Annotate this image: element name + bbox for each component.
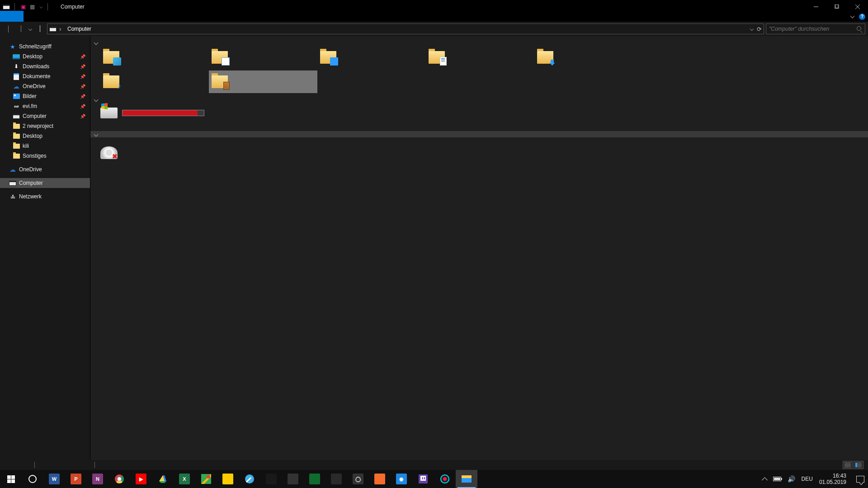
taskbar-app-gdrive[interactable] — [152, 470, 174, 488]
taskbar-app-recorder[interactable] — [434, 470, 456, 488]
sidebar-item-onedrive[interactable]: OneDrive📌 — [0, 81, 90, 91]
maximize-button[interactable] — [826, 0, 847, 14]
speaker-icon[interactable] — [788, 475, 795, 483]
overlay-document-icon — [440, 57, 447, 66]
battery-icon[interactable] — [773, 477, 781, 481]
drive-c[interactable] — [100, 108, 204, 118]
taskbar-app-app-blue[interactable]: ◉ — [391, 470, 412, 488]
history-dropdown[interactable] — [28, 28, 33, 30]
taskbar-app-explorer[interactable] — [456, 470, 477, 488]
folder-pictures[interactable] — [209, 46, 317, 69]
separator — [14, 3, 15, 10]
clock[interactable]: 16:43 01.05.2019 — [819, 473, 846, 485]
language-indicator[interactable]: DEU — [802, 476, 813, 482]
taskbar-app-obs[interactable]: ◯ — [347, 470, 369, 488]
sidebar-item-folder[interactable]: kili — [0, 141, 90, 151]
taskbar-app-krita[interactable] — [239, 470, 260, 488]
forward-button[interactable] — [15, 23, 26, 34]
group-separator[interactable] — [90, 131, 868, 137]
group-collapse-icon[interactable] — [93, 40, 99, 45]
taskbar-app-origin[interactable] — [369, 470, 391, 488]
sidebar-item-folder[interactable]: Sonstiges — [0, 151, 90, 161]
taskbar-app-obs-cam[interactable] — [304, 470, 326, 488]
file-tab[interactable] — [0, 11, 24, 22]
qat-newfolder-icon[interactable]: ▦ — [28, 3, 36, 10]
pc-icon — [9, 179, 16, 187]
overlay-desktop-icon — [330, 57, 338, 66]
sidebar-item-pictures[interactable]: Bilder📌 — [0, 91, 90, 101]
folder-documents[interactable] — [426, 46, 534, 69]
qat-dropdown[interactable] — [40, 5, 43, 9]
excel-icon: X — [179, 474, 190, 484]
up-button[interactable] — [34, 23, 45, 34]
taskbar-app-youtube[interactable]: ▶ — [130, 470, 152, 488]
taskbar-app-excel[interactable]: X — [174, 470, 195, 488]
sidebar-item-downloads[interactable]: Downloads📌 — [0, 61, 90, 71]
address-dropdown[interactable] — [750, 28, 754, 30]
sidebar-item-documents[interactable]: Dokumente📌 — [0, 71, 90, 81]
sidebar-label: OneDrive — [23, 83, 46, 89]
folder-videos[interactable] — [209, 70, 317, 93]
sidebar-computer-root[interactable]: Computer — [0, 178, 90, 188]
content-pane[interactable] — [90, 36, 868, 460]
taskbar-app-calc[interactable] — [282, 470, 304, 488]
view-details-button[interactable] — [854, 461, 863, 469]
word-icon: W — [49, 474, 60, 484]
search-input[interactable] — [769, 26, 857, 32]
address-bar[interactable]: Computer — [47, 23, 764, 34]
svg-point-9 — [118, 477, 121, 481]
group-collapse-icon[interactable] — [93, 97, 99, 102]
chevron-right-icon[interactable] — [59, 25, 65, 33]
taskbar-app-word[interactable]: W — [43, 470, 65, 488]
refresh-icon[interactable] — [757, 26, 762, 33]
search-icon[interactable] — [857, 26, 862, 32]
folder-downloads[interactable] — [534, 46, 643, 69]
sidebar: Schnellzugriff Desktop📌 Downloads📌 Dokum… — [0, 36, 90, 460]
cortana-icon — [28, 475, 37, 483]
expand-ribbon-icon[interactable] — [851, 14, 855, 19]
sidebar-onedrive-root[interactable]: OneDrive — [0, 164, 90, 174]
folder-music[interactable] — [100, 70, 209, 93]
app-blue-icon: ◉ — [396, 474, 407, 484]
cortana-button[interactable] — [22, 470, 43, 488]
sidebar-network-root[interactable]: Netzwerk — [0, 192, 90, 202]
taskbar-app-paintnet[interactable] — [260, 470, 282, 488]
taskbar-app-webde[interactable] — [217, 470, 239, 488]
sidebar-item-computer[interactable]: Computer📌 — [0, 111, 90, 121]
taskbar-app-powerpoint[interactable]: P — [65, 470, 87, 488]
folder-icon — [13, 142, 20, 150]
drive-dvd[interactable] — [100, 146, 118, 159]
help-icon[interactable]: ? — [859, 14, 865, 20]
address-path[interactable]: Computer — [67, 26, 91, 32]
folder-3dobjects[interactable] — [100, 46, 209, 69]
taskbar-app-maps[interactable] — [195, 470, 217, 488]
sidebar-quick-access[interactable]: Schnellzugriff — [0, 42, 90, 52]
cloud-icon — [13, 83, 20, 90]
view-tiles-button[interactable] — [843, 461, 853, 469]
clock-time: 16:43 — [819, 473, 846, 479]
qat-properties-icon[interactable]: ▣ — [19, 3, 27, 10]
sidebar-label: 2 newproject — [23, 123, 53, 129]
sidebar-item-desktop[interactable]: Desktop📌 — [0, 52, 90, 61]
close-button[interactable] — [847, 0, 868, 14]
taskbar-app-twitch[interactable] — [412, 470, 434, 488]
folder-icon — [320, 51, 336, 64]
sidebar-item-folder[interactable]: 2 newproject — [0, 121, 90, 131]
clock-date: 01.05.2019 — [819, 479, 846, 485]
tray-overflow-icon[interactable] — [763, 476, 767, 482]
minimize-button[interactable] — [806, 0, 826, 14]
sidebar-item-evifm[interactable]: evievi.fm📌 — [0, 101, 90, 111]
back-button[interactable] — [3, 23, 14, 34]
sidebar-label: Schnellzugriff — [19, 43, 52, 50]
start-button[interactable] — [0, 470, 22, 488]
search-box[interactable] — [766, 23, 865, 34]
taskbar-app-epic[interactable] — [326, 470, 347, 488]
taskbar-app-chrome[interactable] — [108, 470, 130, 488]
group-collapse-icon[interactable] — [93, 131, 99, 137]
svg-rect-2 — [835, 5, 839, 8]
notifications-icon[interactable] — [856, 476, 864, 483]
dvd-drive-icon — [100, 146, 118, 159]
taskbar-app-onenote[interactable]: N — [87, 470, 108, 488]
sidebar-item-folder[interactable]: Desktop — [0, 131, 90, 141]
folder-desktop[interactable] — [317, 46, 426, 69]
